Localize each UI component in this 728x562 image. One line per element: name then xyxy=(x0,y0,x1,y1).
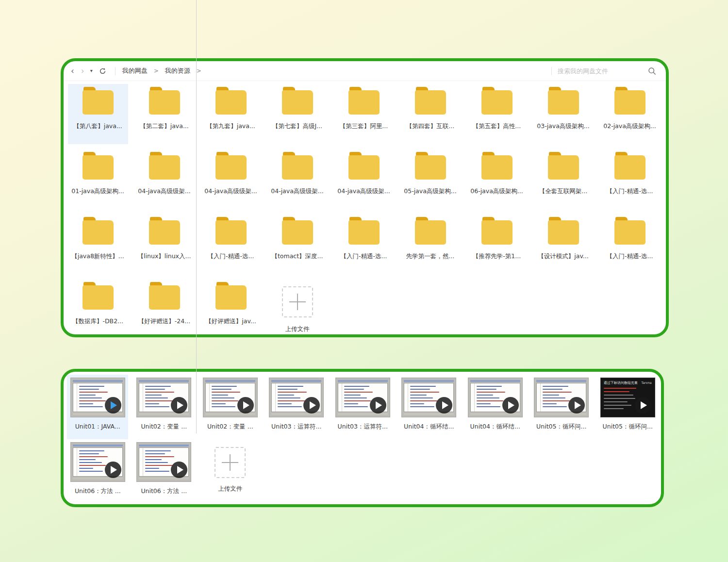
folder-item[interactable]: 06-java高级架构... xyxy=(467,149,527,209)
folder-item[interactable]: 04-java高级级架... xyxy=(267,149,328,209)
folder-item[interactable]: 04-java高级级架... xyxy=(334,149,394,209)
folder-label: 【入门-精通-选... xyxy=(208,252,254,261)
folder-item[interactable]: 04-java高级级架... xyxy=(134,149,195,209)
video-item[interactable]: Unit05：循环问... xyxy=(531,375,592,439)
folder-item[interactable]: 【linux】linux入... xyxy=(134,214,195,274)
forward-icon[interactable]: › xyxy=(78,67,88,75)
toolbar-divider xyxy=(115,67,116,75)
play-icon[interactable] xyxy=(568,397,585,413)
desktop-background: ‹ › ▾ 我的网盘 > 我的资源 > 【第八套】java...【第二套】jav… xyxy=(0,0,728,562)
folder-item[interactable]: 01-java高级架构... xyxy=(68,149,128,209)
folder-item[interactable]: 【入门-精通-选... xyxy=(600,149,660,209)
play-icon[interactable] xyxy=(171,462,187,478)
play-icon[interactable] xyxy=(105,397,121,413)
folder-item[interactable]: 【入门-精通-选... xyxy=(600,214,660,274)
folder-item[interactable]: 04-java高级级架... xyxy=(201,149,261,209)
video-item[interactable]: Unit02：变量 ... xyxy=(199,375,261,439)
folder-item[interactable]: 【全套互联网架... xyxy=(533,149,594,209)
folder-item[interactable]: 【推荐先学-第1... xyxy=(467,214,527,274)
folder-item[interactable]: 【第九套】java... xyxy=(201,84,261,144)
folder-icon xyxy=(348,155,380,180)
video-label: Unit02：变量 ... xyxy=(141,423,187,431)
video-label: Unit06：方法 ... xyxy=(141,487,187,496)
refresh-icon[interactable] xyxy=(95,67,110,75)
video-item[interactable]: Unit04：循环结... xyxy=(464,375,526,439)
video-label: Unit05：循环问... xyxy=(603,423,653,431)
folder-icon xyxy=(415,90,446,115)
slide-title: 通过下标访问数组元素 xyxy=(604,381,639,385)
folder-label: 【设计模式】jav... xyxy=(538,252,588,261)
folder-icon xyxy=(348,90,380,115)
folder-icon xyxy=(83,220,114,245)
folder-icon xyxy=(83,285,114,310)
video-item[interactable]: Unit03：运算符... xyxy=(266,375,327,439)
folder-item[interactable]: 【好评赠送】-24... xyxy=(134,279,195,337)
folder-icon xyxy=(215,220,247,245)
folder-label: 05-java高级架构... xyxy=(404,187,457,196)
play-icon[interactable] xyxy=(635,397,651,413)
video-item[interactable]: Unit06：方法 ... xyxy=(67,439,128,504)
video-thumbnail xyxy=(335,378,390,417)
video-item[interactable]: Unit03：运算符... xyxy=(332,375,393,439)
folder-item[interactable]: 【java8新特性】... xyxy=(68,214,128,274)
video-grid: Unit01：JAVA...Unit02：变量 ...Unit02：变量 ...… xyxy=(64,372,661,504)
play-icon[interactable] xyxy=(237,397,254,413)
breadcrumb-my-drive[interactable]: 我的网盘 xyxy=(122,66,148,75)
folder-label: 先学第一套，然... xyxy=(406,252,454,261)
play-icon[interactable] xyxy=(171,397,187,413)
folder-label: 02-java高级架构... xyxy=(603,122,656,131)
video-thumbnail xyxy=(534,378,589,417)
folder-label: 【入门-精通-选... xyxy=(341,252,387,261)
folder-item[interactable]: 【入门-精通-选... xyxy=(334,214,394,274)
video-item[interactable]: Unit06：方法 ... xyxy=(133,439,195,504)
folder-item[interactable]: 【tomact】深度... xyxy=(267,214,328,274)
play-icon[interactable] xyxy=(502,397,519,413)
folder-item[interactable]: 【第五套】高性... xyxy=(467,84,527,144)
folder-item[interactable]: 【第八套】java... xyxy=(68,84,128,144)
play-icon[interactable] xyxy=(370,397,386,413)
upload-file-tile[interactable]: 上传文件 xyxy=(267,279,328,337)
back-icon[interactable]: ‹ xyxy=(67,67,78,75)
search-divider xyxy=(551,67,552,75)
folder-item[interactable]: 【第三套】阿里... xyxy=(334,84,394,144)
folder-item[interactable]: 05-java高级架构... xyxy=(400,149,461,209)
breadcrumb-my-resources[interactable]: 我的资源 xyxy=(165,66,190,75)
folder-label: 【入门-精通-选... xyxy=(607,252,653,261)
video-item[interactable]: Unit01：JAVA... xyxy=(67,375,128,439)
video-label: Unit03：运算符... xyxy=(271,423,321,431)
folder-icon xyxy=(282,220,313,245)
folder-item[interactable]: 【数据库】-DB2... xyxy=(68,279,128,337)
folder-grid: 【第八套】java...【第二套】java...【第九套】java...【第七套… xyxy=(64,81,666,337)
folder-label: 【推荐先学-第1... xyxy=(473,252,521,261)
netdisk-folder-panel: ‹ › ▾ 我的网盘 > 我的资源 > 【第八套】java...【第二套】jav… xyxy=(61,58,669,337)
play-icon[interactable] xyxy=(436,397,452,413)
upload-file-tile[interactable]: 上传文件 xyxy=(199,439,261,504)
upload-label: 上传文件 xyxy=(285,325,310,333)
folder-icon xyxy=(481,90,513,115)
folder-item[interactable]: 【好评赠送】jav... xyxy=(201,279,261,337)
video-item[interactable]: Unit04：循环结... xyxy=(398,375,460,439)
folder-label: 【好评赠送】jav... xyxy=(205,317,256,326)
folder-icon xyxy=(215,90,247,115)
folder-label: 【好评赠送】-24... xyxy=(138,317,190,326)
folder-item[interactable]: 【设计模式】jav... xyxy=(533,214,594,274)
folder-icon xyxy=(548,220,579,245)
play-icon[interactable] xyxy=(303,397,320,413)
folder-icon xyxy=(83,90,114,115)
folder-icon xyxy=(614,220,645,245)
video-item[interactable]: Unit02：变量 ... xyxy=(133,375,195,439)
folder-item[interactable]: 【第二套】java... xyxy=(134,84,195,144)
search-input[interactable] xyxy=(557,67,646,75)
video-label: Unit06：方法 ... xyxy=(75,487,121,496)
history-dropdown-icon[interactable]: ▾ xyxy=(88,68,95,73)
folder-item[interactable]: 02-java高级架构... xyxy=(600,84,660,144)
video-item[interactable]: 通过下标访问数组元素TarenaUnit05：循环问... xyxy=(597,375,658,439)
folder-item[interactable]: 【入门-精通-选... xyxy=(201,214,261,274)
folder-item[interactable]: 【第四套】互联... xyxy=(400,84,461,144)
folder-icon xyxy=(614,155,645,180)
play-icon[interactable] xyxy=(105,462,121,478)
search-icon[interactable] xyxy=(646,67,658,75)
folder-item[interactable]: 先学第一套，然... xyxy=(400,214,461,274)
folder-item[interactable]: 03-java高级架构... xyxy=(533,84,594,144)
folder-item[interactable]: 【第七套】高级J... xyxy=(267,84,328,144)
